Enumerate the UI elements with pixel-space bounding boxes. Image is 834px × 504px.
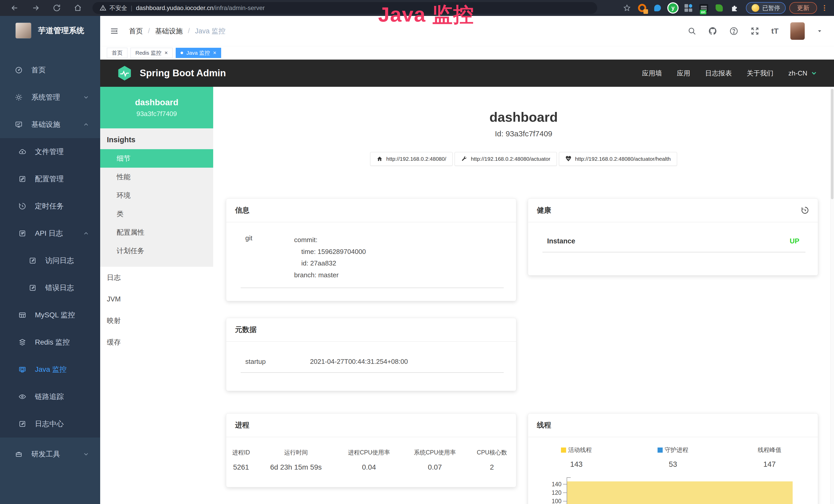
metadata-row-value: 2021-04-27T00:44:31.254+08:00 (310, 358, 408, 366)
sidebar-item-java-monitor[interactable]: Java 监控 (0, 356, 100, 383)
forward-icon[interactable] (27, 2, 45, 14)
sba-item-caches[interactable]: 缓存 (100, 331, 213, 353)
infra-submenu: 文件管理 配置管理 定时任务 API 日志 访问日志 错误日志 (0, 138, 100, 437)
app-logo-row[interactable]: 芋道管理系统 (0, 16, 100, 39)
chevron-up-icon (83, 230, 89, 237)
search-icon[interactable] (687, 27, 696, 36)
sba-brand[interactable]: Spring Boot Admin (117, 65, 226, 81)
sidebar-item-tracing[interactable]: 链路追踪 (0, 383, 100, 410)
user-avatar[interactable] (790, 22, 805, 40)
scrollbar-thumb[interactable] (831, 89, 833, 199)
profile-paused-chip[interactable]: 已暂停 (746, 2, 786, 14)
sidebar-item-log-center[interactable]: 日志中心 (0, 410, 100, 437)
sba-item-environment[interactable]: 环境 (100, 186, 213, 205)
sidebar-item-access-log[interactable]: 访问日志 (0, 247, 100, 274)
security-label[interactable]: 不安全 (109, 4, 127, 12)
log-edit-icon (29, 284, 37, 292)
metadata-card: 元数据 startup 2021-04-27T00:44:31.254+08:0… (226, 318, 516, 391)
app-logo-image (16, 23, 31, 39)
user-menu-caret-icon[interactable] (816, 28, 823, 34)
sba-content: dashboard Id: 93a3fc7f7409 http://192.16… (213, 87, 834, 504)
breadcrumb-current: Java 监控 (195, 26, 225, 36)
url-path[interactable]: /infra/admin-server (214, 4, 265, 12)
sba-item-classes[interactable]: 类 (100, 205, 213, 223)
view-tabs: 首页 Redis 监控 × Java 监控 × (100, 46, 834, 60)
service-url-button[interactable]: http://192.168.0.2:48080/ (370, 152, 453, 166)
chevron-down-icon (810, 70, 817, 77)
legend-daemon-threads: 守护进程 (625, 446, 721, 454)
extension-leaf-icon[interactable] (714, 3, 725, 13)
browser-menu-kebab-icon[interactable] (821, 4, 828, 12)
sidebar-item-scheduled-jobs[interactable]: 定时任务 (0, 192, 100, 220)
legend-blue-swatch (658, 448, 663, 453)
breadcrumb-home[interactable]: 首页 (129, 26, 143, 36)
metadata-row-label: startup (245, 358, 310, 366)
font-size-icon[interactable]: tT (771, 27, 778, 36)
row-divider (241, 288, 504, 288)
log-edit-icon (19, 420, 26, 428)
actuator-url-button[interactable]: http://192.168.0.2:48080/actuator (455, 152, 556, 166)
sba-nav-wallboard[interactable]: 应用墙 (642, 69, 662, 78)
sba-instance-header[interactable]: dashboard 93a3fc7f7409 (100, 87, 213, 129)
active-tab-dot (180, 52, 183, 54)
sba-item-logs[interactable]: 日志 (100, 267, 213, 288)
sidebar-item-config-manage[interactable]: 配置管理 (0, 165, 100, 192)
layers-icon (19, 338, 26, 346)
sba-logo-icon (117, 65, 133, 81)
tab-java-monitor[interactable]: Java 监控 × (176, 48, 221, 58)
sba-nav-about[interactable]: 关于我们 (747, 69, 773, 78)
extension-y-icon[interactable]: y (667, 3, 678, 13)
close-icon[interactable]: × (213, 49, 217, 56)
collapse-menu-icon[interactable] (109, 27, 119, 36)
page-scrollbar[interactable] (830, 87, 834, 504)
sidebar-item-system[interactable]: 系统管理 (0, 84, 100, 111)
reload-icon[interactable] (48, 2, 66, 14)
bookmark-star-icon[interactable] (623, 4, 631, 12)
process-col-proc-cpu: 进程CPU使用率 (336, 447, 402, 458)
tab-home[interactable]: 首页 (107, 48, 127, 58)
breadcrumb-infra[interactable]: 基础设施 (155, 26, 183, 36)
sidebar-item-redis-monitor[interactable]: Redis 监控 (0, 329, 100, 356)
tick-mark (563, 484, 567, 484)
info-card: 信息 git commit: time: 1596289704000 id: 2… (226, 199, 516, 301)
ytick-140: 140 (544, 481, 562, 488)
sidebar-item-mysql-monitor[interactable]: MySQL 监控 (0, 301, 100, 329)
health-url-button[interactable]: http://192.168.0.2:48080/actuator/health (559, 152, 677, 166)
close-icon[interactable]: × (164, 49, 168, 56)
fullscreen-icon[interactable] (750, 26, 760, 36)
extension-grid-icon[interactable] (683, 3, 694, 13)
sba-navbar: Spring Boot Admin 应用墙 应用 日志报表 关于我们 zh-CN (100, 60, 834, 87)
sidebar-item-infra[interactable]: 基础设施 (0, 111, 100, 138)
extensions-puzzle-icon[interactable] (729, 3, 740, 13)
home-icon[interactable] (69, 2, 87, 14)
sba-nav-journal[interactable]: 日志报表 (705, 69, 732, 78)
extension-switch-on-icon[interactable]: on (698, 3, 709, 13)
github-icon[interactable] (708, 26, 717, 36)
instance-title: dashboard (213, 109, 834, 125)
sba-item-config-props[interactable]: 配置属性 (100, 223, 213, 242)
address-bar[interactable]: 不安全 | dashboard.yudao.iocoder.cn/infra/a… (92, 2, 597, 14)
health-history-icon[interactable] (801, 206, 809, 214)
health-instance-label: Instance (547, 237, 575, 245)
insecure-warning-icon[interactable] (100, 5, 106, 11)
extension-pin-icon[interactable] (652, 3, 663, 13)
sidebar-item-file-manage[interactable]: 文件管理 (0, 138, 100, 165)
sidebar-item-error-log[interactable]: 错误日志 (0, 274, 100, 301)
tab-redis-monitor[interactable]: Redis 监控 × (130, 48, 173, 58)
sidebar-item-api-log[interactable]: API 日志 (0, 220, 100, 247)
sba-item-details[interactable]: 细节 (100, 149, 213, 168)
sba-nav-applications[interactable]: 应用 (677, 69, 690, 78)
sba-item-jvm[interactable]: JVM (100, 288, 213, 310)
update-browser-button[interactable]: 更新 (789, 2, 817, 14)
back-icon[interactable] (6, 2, 24, 14)
help-icon[interactable] (729, 26, 739, 36)
sidebar-item-home[interactable]: 首页 (0, 56, 100, 84)
sba-item-metrics[interactable]: 性能 (100, 168, 213, 186)
sidebar-item-dev-tools[interactable]: 研发工具 (0, 441, 100, 468)
info-card-title: 信息 (235, 205, 249, 215)
extension-colorzilla-icon[interactable] (637, 3, 648, 13)
url-host[interactable]: dashboard.yudao.iocoder.cn (136, 4, 214, 12)
sba-item-scheduled-tasks[interactable]: 计划任务 (100, 242, 213, 260)
sba-item-mappings[interactable]: 映射 (100, 310, 213, 331)
sba-locale-select[interactable]: zh-CN (788, 69, 817, 77)
